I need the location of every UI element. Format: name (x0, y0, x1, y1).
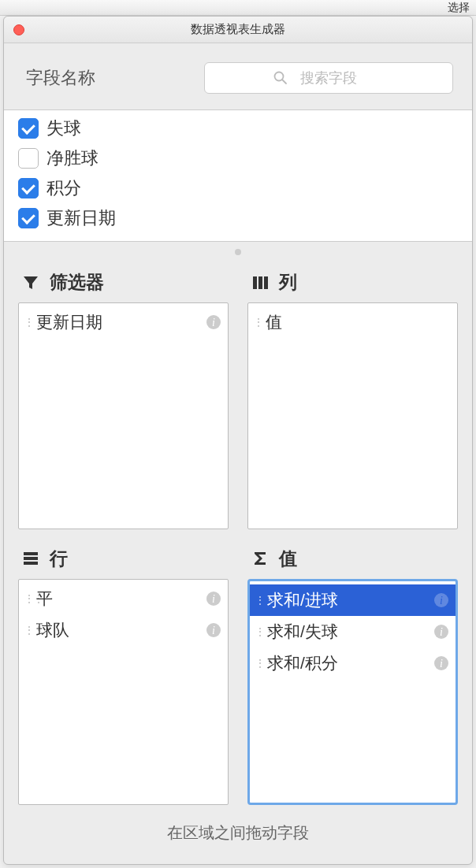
svg-rect-6 (264, 276, 268, 289)
rows-zone-title: 行 (50, 547, 68, 571)
drag-grip-icon[interactable]: ⋮⋮ (24, 317, 32, 328)
values-zone-header: 值 (247, 542, 458, 579)
columns-drop-box[interactable]: ⋮⋮值 (247, 302, 458, 529)
info-icon[interactable]: i (206, 622, 221, 638)
search-wrap (204, 62, 453, 94)
filter-zone-header: 筛选器 (18, 265, 229, 302)
svg-text:i: i (212, 593, 215, 605)
window-title: 数据透视表生成器 (4, 22, 472, 37)
info-icon[interactable]: i (206, 591, 221, 606)
field-checkbox[interactable] (18, 118, 39, 139)
zone-item-label: 球队 (36, 619, 201, 641)
svg-rect-8 (24, 557, 38, 560)
field-label: 失球 (46, 117, 81, 140)
drag-grip-icon[interactable]: ⋮⋮ (253, 317, 261, 328)
sigma-icon (251, 549, 270, 568)
svg-text:i: i (440, 658, 443, 670)
svg-rect-7 (24, 552, 38, 555)
info-icon[interactable]: i (433, 655, 449, 671)
filter-zone-title: 筛选器 (50, 270, 104, 295)
zone-item[interactable]: ⋮⋮更新日期i (19, 306, 228, 338)
drop-zones: 筛选器 ⋮⋮更新日期i 列 ⋮⋮值 (4, 265, 472, 805)
filter-zone: 筛选器 ⋮⋮更新日期i (18, 265, 229, 529)
drag-grip-icon[interactable]: ⋮⋮ (255, 595, 262, 606)
app-toolbar: 选择 (0, 0, 476, 16)
field-checkbox[interactable] (18, 178, 39, 198)
columns-zone: 列 ⋮⋮值 (247, 265, 458, 529)
values-zone: 值 ⋮⋮求和/进球i⋮⋮求和/失球i⋮⋮求和/积分i (247, 542, 458, 806)
info-icon[interactable]: i (433, 624, 449, 640)
field-item[interactable]: 失球 (4, 113, 472, 143)
header-row: 字段名称 (4, 43, 472, 109)
toolbar-right-label: 选择 (448, 1, 470, 15)
field-checkbox[interactable] (18, 208, 39, 228)
rows-zone-header: 行 (18, 542, 229, 579)
zone-item[interactable]: ⋮⋮求和/失球i (250, 616, 456, 647)
field-checkbox[interactable] (18, 148, 39, 169)
zone-item-label: 值 (266, 311, 451, 333)
fields-heading: 字段名称 (26, 66, 204, 90)
zone-item-label: 求和/积分 (267, 652, 429, 674)
field-label: 积分 (46, 176, 81, 200)
svg-rect-9 (24, 562, 38, 565)
rows-zone: 行 ⋮⋮平i⋮⋮球队i (18, 542, 229, 806)
search-input[interactable] (204, 62, 453, 94)
zone-item[interactable]: ⋮⋮求和/积分i (250, 647, 456, 679)
rows-icon (21, 549, 40, 568)
zone-item[interactable]: ⋮⋮球队i (19, 614, 228, 646)
svg-rect-5 (258, 276, 262, 289)
zone-item-label: 平 (36, 588, 201, 610)
footer-hint: 在区域之间拖动字段 (4, 805, 472, 864)
drag-grip-icon[interactable]: ⋮⋮ (24, 625, 32, 636)
svg-text:i: i (440, 626, 443, 638)
svg-text:i: i (440, 595, 443, 606)
svg-rect-4 (253, 276, 257, 289)
drag-grip-icon[interactable]: ⋮⋮ (24, 593, 32, 604)
zone-item-label: 更新日期 (36, 311, 201, 333)
values-zone-title: 值 (279, 547, 297, 571)
svg-text:i: i (212, 625, 215, 636)
field-label: 更新日期 (46, 206, 116, 230)
drag-grip-icon[interactable]: ⋮⋮ (255, 626, 262, 637)
field-item[interactable]: 更新日期 (4, 203, 472, 233)
zone-item[interactable]: ⋮⋮平i (19, 583, 228, 614)
info-icon[interactable]: i (433, 592, 449, 608)
values-drop-box[interactable]: ⋮⋮求和/进球i⋮⋮求和/失球i⋮⋮求和/积分i (247, 579, 458, 806)
filter-drop-box[interactable]: ⋮⋮更新日期i (18, 302, 229, 529)
drag-grip-icon[interactable]: ⋮⋮ (255, 658, 262, 669)
rows-drop-box[interactable]: ⋮⋮平i⋮⋮球队i (18, 579, 229, 806)
zone-item-label: 求和/失球 (267, 621, 429, 643)
svg-text:i: i (212, 317, 215, 328)
section-divider-dot (4, 242, 472, 265)
zone-item[interactable]: ⋮⋮值 (248, 306, 457, 338)
titlebar: 数据透视表生成器 (4, 17, 472, 43)
columns-icon (251, 273, 270, 292)
field-item[interactable]: 净胜球 (4, 143, 472, 173)
field-label: 净胜球 (46, 147, 99, 170)
field-list: 失球净胜球积分更新日期 (4, 109, 472, 242)
info-icon[interactable]: i (206, 314, 221, 330)
pivot-builder-window: 数据透视表生成器 字段名称 失球净胜球积分更新日期 筛选器 ⋮⋮更新日期i (3, 16, 473, 865)
filter-icon (21, 273, 40, 292)
zone-item[interactable]: ⋮⋮求和/进球i (250, 584, 456, 616)
zone-item-label: 求和/进球 (267, 589, 429, 611)
columns-zone-title: 列 (279, 270, 297, 295)
columns-zone-header: 列 (247, 265, 458, 302)
field-item[interactable]: 积分 (4, 173, 472, 203)
